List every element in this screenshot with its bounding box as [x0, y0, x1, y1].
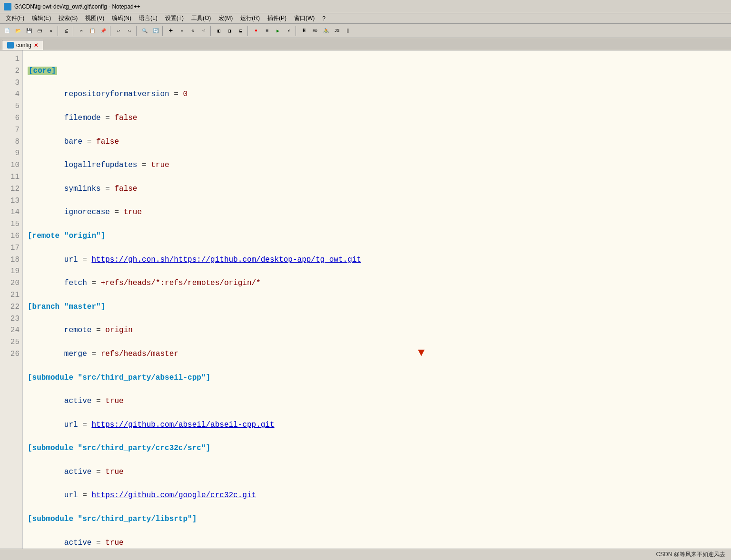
- paste-button[interactable]: 📌: [98, 26, 109, 36]
- code-line-15: active = true: [28, 395, 726, 407]
- menu-plugins[interactable]: 插件(P): [264, 13, 290, 23]
- line-num: 16: [4, 230, 20, 242]
- code-line-4: bare = false: [28, 136, 726, 148]
- line-numbers: 1 2 3 4 5 6 7 8 9 10 11 12 13 14 15 16 1…: [0, 50, 23, 549]
- line-num: 15: [4, 218, 20, 230]
- extra-btn-3[interactable]: 🚴: [321, 26, 331, 36]
- line-num: 25: [4, 336, 20, 348]
- macro-play-button[interactable]: ▶: [273, 26, 283, 36]
- extra-btn-5[interactable]: ‖: [343, 26, 353, 36]
- extra-btn-2[interactable]: MD: [310, 26, 320, 36]
- line-num: 26: [4, 348, 20, 360]
- toolbar-sep-5: [162, 26, 164, 36]
- line-num: 9: [4, 147, 20, 159]
- line-num: 3: [4, 77, 20, 89]
- line-num: 2: [4, 65, 20, 77]
- extra-btn-1[interactable]: H: [299, 26, 309, 36]
- menu-help[interactable]: ?: [318, 14, 329, 23]
- menu-file[interactable]: 文件(F): [2, 13, 28, 23]
- line-num: 19: [4, 265, 20, 277]
- menu-encode[interactable]: 编码(N): [108, 13, 135, 23]
- editor: 1 2 3 4 5 6 7 8 9 10 11 12 13 14 15 16 1…: [0, 50, 731, 549]
- close-button[interactable]: ✕: [46, 26, 56, 36]
- save-all-button[interactable]: 🗃: [35, 26, 45, 36]
- menu-run[interactable]: 运行(R): [237, 13, 264, 23]
- menu-edit[interactable]: 编辑(E): [28, 13, 55, 23]
- code-line-11: [branch "master"]: [28, 301, 726, 313]
- code-line-9: url = https://gh.con.sh/https://github.c…: [28, 254, 726, 266]
- find-button[interactable]: 🔍: [139, 26, 150, 36]
- code-line-1: [core]: [28, 65, 726, 77]
- line-num: 10: [4, 159, 20, 171]
- macro-stop-button[interactable]: ■: [262, 26, 272, 36]
- redo-button[interactable]: ↪: [124, 26, 135, 36]
- line-num: 22: [4, 301, 20, 313]
- toolbar-sep-6: [210, 26, 212, 36]
- code-line-21: active = true: [28, 537, 726, 549]
- tab-file-icon: [7, 42, 14, 49]
- save-button[interactable]: 💾: [24, 26, 34, 36]
- code-line-3: filemode = false: [28, 112, 726, 124]
- toolbar-sep-7: [247, 26, 249, 36]
- menu-language[interactable]: 语言(L): [135, 13, 161, 23]
- panel-bottom-button[interactable]: ⬓: [236, 26, 246, 36]
- toolbar-sep-3: [110, 26, 112, 36]
- code-line-7: ignorecase = true: [28, 206, 726, 218]
- tab-config[interactable]: config ✕: [2, 40, 43, 50]
- panel-right-button[interactable]: ◨: [225, 26, 235, 36]
- code-line-14: [submodule "src/third_party/abseil-cpp"]: [28, 372, 726, 384]
- red-arrow-marker: ▼: [418, 344, 425, 362]
- line-num: 6: [4, 112, 20, 124]
- copy-button[interactable]: 📋: [87, 26, 98, 36]
- toolbar-sep-4: [136, 26, 138, 36]
- code-line-13: merge = refs/heads/master: [28, 348, 726, 360]
- menu-view[interactable]: 视图(V): [81, 13, 108, 23]
- open-button[interactable]: 📂: [13, 26, 23, 36]
- code-line-12: remote = origin: [28, 324, 726, 336]
- sync-scroll-button[interactable]: ⇅: [188, 26, 198, 36]
- code-line-19: url = https://github.com/google/crc32c.g…: [28, 490, 726, 501]
- menu-window[interactable]: 窗口(W): [290, 13, 318, 23]
- line-num: 21: [4, 289, 20, 301]
- cut-button[interactable]: ✂: [76, 26, 87, 36]
- menu-macro[interactable]: 宏(M): [215, 13, 237, 23]
- undo-button[interactable]: ↩: [113, 26, 124, 36]
- menu-tools[interactable]: 工具(O): [188, 13, 215, 23]
- toolbar-sep-1: [58, 26, 59, 36]
- title-bar: G:\CDN\tg-owt-dev\tg_owt\.git\config - N…: [0, 0, 731, 13]
- wrap-button[interactable]: ⏎: [198, 26, 209, 36]
- tab-label: config: [16, 42, 31, 49]
- code-line-16: url = https://github.com/abseil/abseil-c…: [28, 419, 726, 431]
- code-line-5: logallrefupdates = true: [28, 159, 726, 171]
- panel-left-button[interactable]: ◧: [214, 26, 224, 36]
- code-line-8: [remote "origin"]: [28, 230, 726, 242]
- code-line-17: [submodule "src/third_party/crc32c/src"]: [28, 442, 726, 454]
- menu-bar: 文件(F) 编辑(E) 搜索(S) 视图(V) 编码(N) 语言(L) 设置(T…: [0, 13, 731, 24]
- status-bar: CSDN @等风来不如迎风去: [0, 549, 731, 560]
- toolbar-sep-2: [73, 26, 75, 36]
- line-num: 18: [4, 254, 20, 266]
- line-num: 5: [4, 100, 20, 112]
- macro-start-button[interactable]: ●: [251, 26, 261, 36]
- tab-close-button[interactable]: ✕: [34, 42, 38, 49]
- zoom-out-button[interactable]: -: [177, 26, 187, 36]
- menu-settings[interactable]: 设置(T): [161, 13, 188, 23]
- line-num: 1: [4, 53, 20, 65]
- code-area[interactable]: [core] repositoryformatversion = 0 filem…: [23, 50, 731, 549]
- tab-bar: config ✕: [0, 38, 731, 50]
- new-button[interactable]: 📄: [2, 26, 12, 36]
- zoom-in-button[interactable]: +: [166, 26, 176, 36]
- menu-search[interactable]: 搜索(S): [55, 13, 81, 23]
- window-title: G:\CDN\tg-owt-dev\tg_owt\.git\config - N…: [14, 3, 140, 10]
- line-num: 4: [4, 88, 20, 100]
- print-button[interactable]: 🖨: [61, 26, 71, 36]
- watermark-text: CSDN @等风来不如迎风去: [656, 550, 725, 559]
- line-num: 8: [4, 136, 20, 148]
- find-replace-button[interactable]: 🔄: [150, 26, 161, 36]
- macro-save-button[interactable]: ⚡: [284, 26, 294, 36]
- line-num: 11: [4, 171, 20, 183]
- line-num: 17: [4, 242, 20, 254]
- extra-btn-4[interactable]: JS: [332, 26, 342, 36]
- code-line-10: fetch = +refs/heads/*:refs/remotes/origi…: [28, 277, 726, 289]
- toolbar-sep-8: [296, 26, 297, 36]
